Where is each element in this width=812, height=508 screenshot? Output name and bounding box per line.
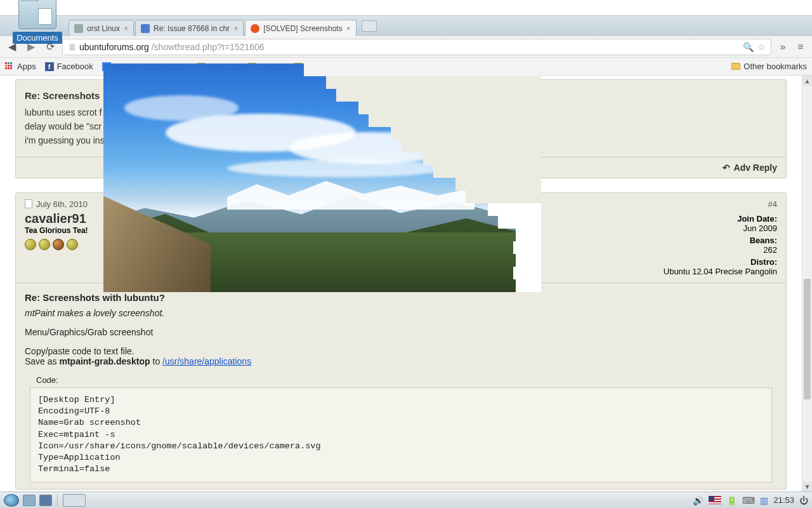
menu-button[interactable]: ≡ xyxy=(794,41,807,53)
vertical-scrollbar[interactable]: ▲ ▼ xyxy=(802,76,812,491)
volume-icon[interactable]: 🔊 xyxy=(693,495,704,505)
desktop-folder-documents[interactable]: Documents xyxy=(6,0,69,44)
meta-value: 262 xyxy=(763,245,777,255)
meta-label: Beans: xyxy=(664,236,777,245)
battery-icon[interactable]: 🔋 xyxy=(726,495,737,505)
post-date: July 6th, 2010 xyxy=(36,199,88,209)
meta-value: Jun 2009 xyxy=(743,224,778,233)
bean-icon xyxy=(39,239,50,250)
bookmark-apps[interactable]: Apps xyxy=(5,62,36,71)
quicklaunch-filemanager[interactable] xyxy=(23,495,36,506)
code-block[interactable]: [Desktop Entry] Encoding=UTF-8 Name=Grab… xyxy=(30,387,772,483)
close-icon[interactable]: × xyxy=(124,24,128,33)
favicon xyxy=(141,24,150,33)
post-text: Save as mtpaint-grab.desktop to /usr/sha… xyxy=(25,356,777,366)
meta-value: Ubuntu 12.04 Precise Pangolin xyxy=(664,267,777,276)
desktop-folder-label: Documents xyxy=(13,32,62,44)
tab-strip: orst Linux × Re: Issue 87668 in chr × [S… xyxy=(0,16,812,36)
tab-title: [SOLVED] Screenshots xyxy=(263,24,343,33)
reply-arrow-icon: ↶ xyxy=(723,163,730,173)
keyboard-layout-us-icon[interactable] xyxy=(709,496,721,504)
start-menu-button[interactable] xyxy=(4,494,19,507)
post-author-title: Tea Glorious Tea! xyxy=(25,226,88,235)
post-number[interactable]: #4 xyxy=(768,199,777,209)
tab-2[interactable]: Re: Issue 87668 in chr × xyxy=(135,20,244,36)
new-tab-button[interactable] xyxy=(362,20,377,32)
scroll-thumb[interactable] xyxy=(804,279,811,399)
system-tray: 🔊 🔋 ⌨ ▥ 21:53 ⏻ xyxy=(693,495,808,505)
bookmark-facebook[interactable]: fFacebook xyxy=(45,62,93,71)
user-badges xyxy=(25,239,88,250)
meta-label: Join Date: xyxy=(664,214,777,224)
favicon xyxy=(74,24,83,33)
page-icon: 🗎 xyxy=(68,42,77,52)
dragged-screenshot-image[interactable] xyxy=(103,64,516,292)
post-meta: Join Date: Jun 2009 Beans: 262 Distro: U… xyxy=(664,211,777,276)
landscape-image xyxy=(103,64,516,292)
url-host: ubuntuforums.org xyxy=(79,42,149,52)
post-author[interactable]: cavalier91 xyxy=(25,211,88,226)
facebook-icon: f xyxy=(45,62,54,71)
scroll-down-button[interactable]: ▼ xyxy=(802,481,812,491)
bean-icon xyxy=(53,239,64,250)
path-link[interactable]: /usr/share/applications xyxy=(162,356,251,366)
separator xyxy=(57,495,58,506)
power-icon[interactable]: ⏻ xyxy=(799,495,808,505)
clock[interactable]: 21:53 xyxy=(773,495,794,505)
post-title: Re: Screenshots with lubuntu? xyxy=(25,292,777,303)
url-path: /showthread.php?t=1521606 xyxy=(152,42,265,52)
post-text: Copy/paste code to text file. xyxy=(25,346,777,356)
close-icon[interactable]: × xyxy=(233,24,238,33)
favicon xyxy=(251,24,259,33)
bookmark-label: Facebook xyxy=(57,62,93,71)
quicklaunch-browser[interactable] xyxy=(39,495,52,506)
folder-icon xyxy=(18,0,56,29)
post-text: Menu/Graphics/Grab screenshot xyxy=(25,327,777,337)
keyboard-icon[interactable]: ⌨ xyxy=(742,495,755,505)
bean-icon xyxy=(25,239,36,250)
tab-title: orst Linux xyxy=(87,24,120,33)
bookmark-label: Apps xyxy=(17,62,36,71)
address-bar[interactable]: 🗎 ubuntuforums.org/showthread.php?t=1521… xyxy=(62,39,771,55)
bean-icon xyxy=(67,239,78,250)
bookmark-other[interactable]: Other bookmarks xyxy=(731,62,807,71)
tab-1[interactable]: orst Linux × xyxy=(69,20,134,36)
meta-label: Distro: xyxy=(664,257,777,267)
page-icon xyxy=(25,199,32,208)
tab-3-active[interactable]: [SOLVED] Screenshots × xyxy=(245,20,357,36)
folder-icon xyxy=(731,63,740,70)
network-icon[interactable]: ▥ xyxy=(760,495,768,505)
close-icon[interactable]: × xyxy=(346,24,351,33)
post-text: mtPaint makes a lovely screenshot. xyxy=(25,308,164,318)
toolbar: ◀ ▶ ⟳ 🗎 ubuntuforums.org/showthread.php?… xyxy=(0,36,812,58)
scroll-up-button[interactable]: ▲ xyxy=(802,76,812,86)
bookmark-label: Other bookmarks xyxy=(743,62,807,71)
taskbar: 🔊 🔋 ⌨ ▥ 21:53 ⏻ xyxy=(0,491,812,508)
zoom-icon[interactable]: 🔍 xyxy=(743,42,754,52)
taskbar-window-button[interactable] xyxy=(63,494,86,507)
apps-icon xyxy=(5,62,14,71)
adv-reply-button[interactable]: Adv Reply xyxy=(734,163,777,173)
extensions-overflow[interactable]: » xyxy=(776,41,789,53)
code-label: Code: xyxy=(36,375,777,385)
tab-title: Re: Issue 87668 in chr xyxy=(154,24,230,33)
bookmark-star-icon[interactable]: ☆ xyxy=(757,42,766,52)
